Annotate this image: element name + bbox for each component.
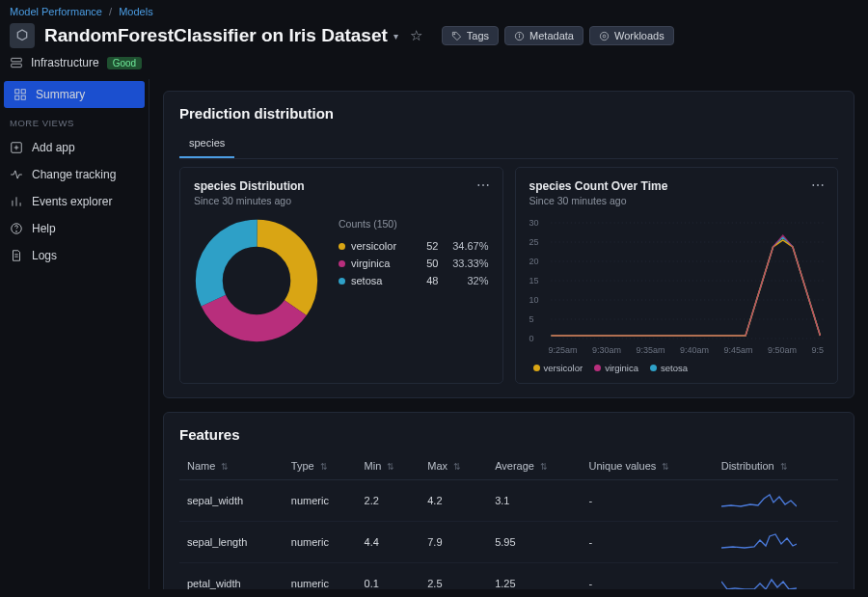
col-avg[interactable]: Average ⇅ [487,452,581,480]
legend-pct: 32% [445,275,489,286]
help-icon [10,222,23,235]
x-tick: 9:40am [680,345,709,355]
favorite-star[interactable]: ☆ [410,27,422,44]
cell-min: 0.1 [357,563,420,590]
swatch [650,365,657,371]
cell-dist [714,563,838,590]
svg-point-4 [600,32,608,40]
cell-max: 7.9 [420,522,487,563]
cell-min: 2.2 [357,480,420,522]
infrastructure-row[interactable]: Infrastructure Good [0,56,868,79]
cell-min: 4.4 [357,522,420,563]
workload-icon [599,31,610,41]
sidebar-item-label: Summary [36,88,85,101]
sidebar-item-add-app[interactable]: Add app [0,134,149,161]
sort-icon: ⇅ [540,462,548,472]
prediction-heading: Prediction distribution [179,105,838,122]
header-pills: Tags Metadata Workloads [442,26,674,45]
cell-max: 2.5 [420,563,487,590]
breadcrumb-model-performance[interactable]: Model Performance [10,6,102,17]
x-tick: 9:25am [549,345,578,355]
col-max[interactable]: Max ⇅ [420,452,487,480]
plus-square-icon [10,141,23,154]
sparkline [721,530,797,552]
sidebar-section-header: MORE VIEWS [0,108,149,134]
workloads-button[interactable]: Workloads [589,26,674,45]
breadcrumb-sep: / [109,6,112,17]
sidebar-item-help[interactable]: Help [0,215,149,242]
sidebar-item-label: Help [32,222,56,235]
sort-icon: ⇅ [387,462,394,472]
workloads-label: Workloads [614,30,665,41]
sort-icon: ⇅ [320,462,328,472]
y-tick: 20 [529,257,539,266]
features-table: Name ⇅Type ⇅Min ⇅Max ⇅Average ⇅Unique va… [179,452,838,589]
sidebar-item-summary[interactable]: Summary [4,81,145,108]
tab-species[interactable]: species [179,131,234,158]
info-icon [514,31,525,41]
distribution-card: ⋯ species Distribution Since 30 minutes … [179,167,503,384]
x-tick: 9:30am [592,345,621,355]
timeseries-legend: versicolorvirginicasetosa [533,363,825,373]
metadata-button[interactable]: Metadata [504,26,583,45]
table-row[interactable]: sepal_width numeric 2.2 4.2 3.1 - [179,480,838,522]
breadcrumb: Model Performance / Models [0,0,868,21]
cell-type: numeric [284,480,357,522]
title-dropdown[interactable]: ▾ [393,31,398,41]
page-header: RandomForestClassifier on Iris Dataset ▾… [0,21,868,56]
col-uniq[interactable]: Unique values ⇅ [582,452,714,480]
cell-type: numeric [284,563,357,590]
infra-label: Infrastructure [31,56,99,69]
breadcrumb-models[interactable]: Models [119,6,152,17]
timeseries-plot: 302520151050 [529,218,825,343]
legend-count: 48 [414,275,439,286]
col-dist[interactable]: Distribution ⇅ [714,452,838,480]
card-subtitle: Since 30 minutes ago [194,195,489,206]
cell-name: sepal_length [179,522,284,563]
cell-name: sepal_width [179,480,284,522]
col-name[interactable]: Name ⇅ [179,452,284,480]
sparkline [721,489,797,510]
card-subtitle: Since 30 minutes ago [529,195,825,206]
tag-icon [451,31,462,41]
tags-button[interactable]: Tags [442,26,499,45]
card-title: species Distribution [194,179,489,193]
svg-point-5 [603,35,606,38]
svg-rect-10 [15,95,19,99]
table-row[interactable]: petal_width numeric 0.1 2.5 1.25 - [179,563,838,590]
sort-icon: ⇅ [453,462,461,472]
server-icon [10,56,23,69]
tags-label: Tags [467,30,489,41]
summary-icon [14,88,27,101]
x-tick: 9:35am [636,345,665,355]
model-icon [10,23,35,48]
col-min[interactable]: Min ⇅ [357,452,420,480]
swatch [339,278,345,285]
donut-legend: Counts (150) versicolor 52 34.67% virgin… [339,218,489,289]
table-row[interactable]: sepal_length numeric 4.4 7.9 5.95 - [179,522,838,563]
legend-label: virginica [351,258,408,269]
x-axis-labels: 9:25am9:30am9:35am9:40am9:45am9:50am9:5 [549,345,825,355]
sidebar-item-change-tracking[interactable]: Change tracking [0,161,149,188]
svg-rect-8 [15,90,19,94]
sidebar-item-events-explorer[interactable]: Events explorer [0,188,149,215]
cell-dist [714,480,838,522]
sort-icon: ⇅ [221,462,229,472]
col-type[interactable]: Type ⇅ [284,452,357,480]
card-menu[interactable]: ⋯ [476,177,491,193]
swatch [339,243,345,250]
swatch [339,260,345,267]
cell-uniq: - [582,563,714,590]
legend-count: 52 [414,240,439,252]
y-tick: 15 [529,276,539,285]
cell-name: petal_width [179,563,284,590]
sidebar-item-logs[interactable]: Logs [0,242,149,269]
y-tick: 25 [529,237,539,247]
pulse-icon [10,168,23,181]
legend-row: virginica 50 33.33% [339,255,489,272]
svg-rect-7 [12,64,22,68]
legend-label: versicolor [351,240,408,252]
sidebar-item-label: Logs [32,249,57,262]
card-menu[interactable]: ⋯ [811,177,826,193]
features-heading: Features [179,426,838,443]
